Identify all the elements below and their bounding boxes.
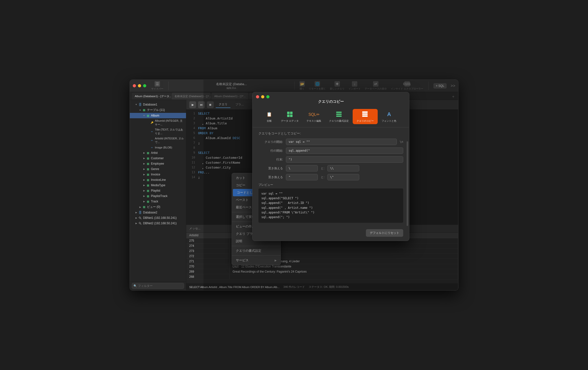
chevron-right-icon: ▶ [143, 168, 146, 171]
table-icon: ▦ [146, 178, 150, 182]
sidebar-item-dbnet2[interactable]: ▶ 🔌 DBNet2 (192.168.50.241) [130, 221, 186, 226]
sidebar-item-artist[interactable]: ▶ ▦ Artist [130, 150, 186, 156]
run-button[interactable]: ▶ [189, 101, 196, 108]
traffic-lights [133, 84, 146, 87]
database-icon: 🗄 [138, 211, 142, 214]
svg-rect-6 [336, 116, 342, 117]
sidebar-item-albumid[interactable]: 🔑 AlbumId (INTEGER, 主キー... [130, 118, 186, 127]
modal-tab-query-format[interactable]: クエリの書式設定 [325, 109, 353, 124]
sidebar-item-database1[interactable]: ▼ 🗄 Database1 [130, 102, 186, 107]
chevron-right-icon: ▶ [135, 216, 138, 219]
chevron-right-icon: ▶ [143, 189, 146, 192]
sidebar-item-dbnet1[interactable]: ▶ 🔌 DBNet1 (192.168.50.241) [130, 215, 186, 221]
sidebar-item-artistid[interactable]: ═ ArtistId (INTEGER, ヌルで... [130, 136, 186, 145]
table-icon: ▦ [146, 114, 150, 118]
replace-arrow-2: と: [321, 175, 324, 179]
modal-scrollbar[interactable] [407, 141, 408, 226]
chevron-right-icon: ▶ [143, 162, 146, 165]
sidebar-filter-area: 🔍 [130, 281, 186, 290]
chevron-down-icon: ▼ [135, 103, 138, 106]
table-icon: ▦ [146, 189, 150, 193]
line-end-input[interactable] [286, 156, 403, 163]
filter-input[interactable] [132, 283, 184, 289]
chevron-right-icon: ▶ [135, 211, 138, 214]
replace-from-1[interactable] [286, 165, 318, 172]
sidebar-item-mediatype[interactable]: ▶ ▦ MediaType [130, 183, 186, 188]
reset-button[interactable]: デフォルトにリセット [366, 229, 403, 237]
preview-label: プレビュー [258, 183, 403, 187]
database-icon: 🗄 [138, 103, 142, 106]
line-start-input[interactable] [286, 147, 403, 154]
network-icon: 🔌 [138, 221, 142, 225]
modal-close[interactable] [256, 95, 259, 98]
svg-rect-1 [290, 112, 293, 114]
modal-title: クエリのコピー [253, 99, 409, 107]
sidebar-toggle[interactable]: ☰ サイドバー [151, 81, 163, 91]
sidebar-item-views[interactable]: ▶ ▦ ビュー (0) [130, 204, 186, 210]
column-icon: ═ [150, 145, 154, 149]
chevron-down-icon: ▼ [143, 114, 146, 117]
modal-maximize[interactable] [266, 95, 269, 98]
form-row-line-end: 行末: [258, 156, 403, 163]
sidebar-item-track[interactable]: ▶ ▦ Track [130, 199, 186, 204]
chevron-right-icon: ▶ [143, 151, 146, 154]
close-button[interactable] [133, 84, 136, 87]
svg-rect-0 [287, 112, 290, 114]
form-row-line-start: 行の開始: [258, 147, 403, 154]
sidebar-item-genre[interactable]: ▶ ▦ Genre [130, 166, 186, 172]
sidebar-item-title[interactable]: ═ Title (TEXT, ヌルではありま... [130, 127, 186, 136]
chevron-right-icon: ▶ [135, 222, 138, 225]
maximize-button[interactable] [143, 84, 146, 87]
view-group-icon: ▦ [142, 205, 146, 209]
modal-tab-text-edit[interactable]: SQL✏ テキスト編集 [303, 109, 325, 124]
modal-minimize[interactable] [261, 95, 264, 98]
table-icon: ▦ [146, 199, 150, 203]
sidebar-item-tables[interactable]: ▼ ▦ テーブル (11) [130, 107, 186, 113]
section-title: クエリをコードとしてコピー: [258, 131, 403, 136]
chevron-right-icon: ▶ [143, 184, 146, 187]
query-start-input[interactable] [286, 139, 397, 145]
table-icon: ▦ [146, 156, 150, 160]
general-icon: 📋 [265, 110, 273, 118]
font-color-icon: A [385, 110, 393, 118]
tab-0[interactable]: Album (Database1) - [データ... [132, 93, 171, 100]
table-icon: ▦ [146, 151, 150, 155]
modal-tab-general[interactable]: 📋 全般 [261, 109, 277, 124]
table-icon: ▦ [146, 194, 150, 198]
table-icon: ▦ [146, 167, 150, 171]
sidebar-item-playlist[interactable]: ▶ ▦ Playlist [130, 188, 186, 193]
modal-traffic-lights [253, 92, 409, 99]
sidebar-item-invoiceline[interactable]: ▶ ▦ InvoiceLine [130, 177, 186, 183]
table-icon: ▦ [146, 183, 150, 187]
minimize-button[interactable] [138, 84, 141, 87]
modal-tab-data-editor[interactable]: データ エディタ [277, 109, 303, 124]
sidebar-item-database2[interactable]: ▶ 🗄 Database2 [130, 210, 186, 215]
modal-overlay: クエリのコピー 📋 全般 データ エデ [203, 80, 458, 290]
replace-from-2[interactable] [286, 174, 318, 180]
form-row-replace-1: 置き換える と: [258, 165, 403, 172]
modal-tab-copy-query[interactable]: クエリのコピー [353, 109, 378, 124]
svg-rect-7 [362, 111, 368, 113]
sidebar-item-album[interactable]: ▼ ▦ Album [130, 113, 186, 118]
sidebar-tree: ▼ 🗄 Database1 ▼ ▦ テーブル (11) ▼ ▦ Album [130, 100, 186, 281]
sidebar-item-image[interactable]: ═ Image (BLOB) [130, 145, 186, 150]
sidebar-item-employee[interactable]: ▶ ▦ Employee [130, 161, 186, 166]
sidebar-item-playlisttrack[interactable]: ▶ ▦ PlaylistTrack [130, 193, 186, 199]
replace-to-2[interactable] [327, 174, 359, 180]
svg-rect-3 [290, 115, 293, 117]
column-icon: ═ [150, 130, 154, 133]
form-row-replace-2: 置き換える と: [258, 174, 403, 180]
copy-query-icon [361, 110, 369, 118]
sidebar-item-invoice[interactable]: ▶ ▦ Invoice [130, 172, 186, 177]
modal-body: クエリをコードとしてコピー: クエリの開始: \n 行の開始: 行末: 置き換え… [253, 127, 409, 227]
svg-rect-5 [336, 114, 342, 115]
modal-tab-font-color[interactable]: A フォントと色 [378, 109, 400, 124]
chevron-right-icon: ▶ [143, 200, 146, 203]
sidebar-item-customer[interactable]: ▶ ▦ Customer [130, 156, 186, 161]
svg-rect-9 [362, 115, 368, 117]
sidebar: ▼ 🗄 Database1 ▼ ▦ テーブル (11) ▼ ▦ Album [130, 100, 186, 290]
results-tab-messages[interactable]: メッセ... [189, 226, 200, 231]
chevron-right-icon: ▶ [143, 173, 146, 176]
replace-to-1[interactable] [327, 165, 359, 172]
pk-column-icon: 🔑 [150, 121, 154, 125]
